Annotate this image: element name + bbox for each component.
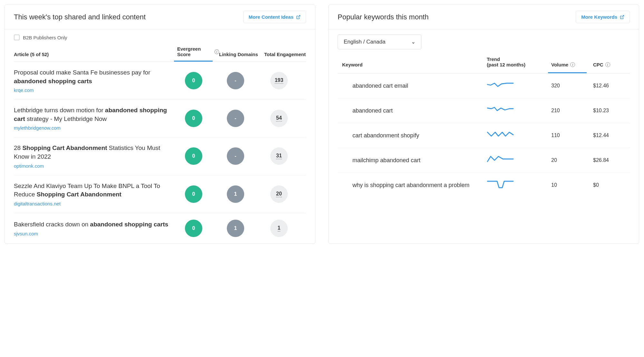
keyword-row: abandoned cart email 320 $12.46 [338, 74, 630, 98]
info-icon[interactable]: i [570, 62, 575, 67]
language-value: English / Canada [344, 39, 385, 45]
linking-cell: - [219, 72, 261, 89]
linking-cell: 1 [219, 185, 261, 203]
b2b-label: B2B Publishers Only [23, 35, 67, 40]
keyword-text[interactable]: cart abandonment shopify [342, 132, 487, 139]
keyword-row: cart abandonment shopify 110 $12.44 [338, 123, 630, 148]
engagement-cell: 54 [261, 110, 306, 127]
trend-cell [487, 81, 551, 91]
external-link-icon [620, 15, 624, 19]
col-keyword[interactable]: Keyword [342, 62, 487, 67]
engagement-badge[interactable]: 31 [270, 147, 288, 165]
evergreen-cell: 0 [177, 220, 219, 237]
b2b-checkbox[interactable] [14, 35, 20, 40]
keyword-text[interactable]: mailchimp abandoned cart [342, 157, 487, 164]
article-row: Lethbridge turns down motion for abandon… [14, 100, 306, 137]
article-row: Proposal could make Santa Fe businesses … [14, 62, 306, 100]
article-title[interactable]: Sezzle And Klaviyo Team Up To Make BNPL … [14, 182, 169, 199]
linking-badge[interactable]: 1 [227, 220, 244, 237]
article-domain[interactable]: optimonk.com [14, 163, 169, 169]
article-cell: Proposal could make Santa Fe businesses … [14, 68, 177, 93]
more-keywords-button[interactable]: More Keywords [576, 11, 630, 23]
keyword-text[interactable]: why is shopping cart abandonment a probl… [342, 182, 487, 189]
article-title[interactable]: Bakersfield cracks down on abandoned sho… [14, 220, 169, 229]
article-domain[interactable]: mylethbridgenow.com [14, 125, 169, 131]
content-columns: Article (5 of 52) Evergreen Score i Link… [14, 46, 306, 62]
more-content-label: More Content Ideas [249, 14, 293, 20]
engagement-badge[interactable]: 1 [270, 220, 288, 237]
linking-badge[interactable]: - [227, 110, 244, 127]
content-rows: Proposal could make Santa Fe businesses … [14, 62, 306, 239]
col-evergreen[interactable]: Evergreen Score i [177, 46, 219, 57]
cpc-value: $26.84 [593, 157, 625, 163]
engagement-badge[interactable]: 20 [270, 185, 288, 203]
article-cell: 28 Shopping Cart Abandonment Statistics … [14, 144, 177, 168]
article-domain[interactable]: krqe.com [14, 87, 169, 93]
content-panel-header: This week's top shared and linked conten… [5, 5, 315, 29]
article-domain[interactable]: sjvsun.com [14, 231, 169, 236]
active-underline [548, 72, 587, 73]
volume-value: 110 [551, 133, 593, 138]
trend-cell [487, 155, 551, 165]
keywords-panel-body: English / Canada Keyword Trend (past 12 … [329, 29, 639, 202]
trend-cell [487, 180, 551, 190]
keyword-text[interactable]: abandoned cart [342, 107, 487, 114]
volume-value: 10 [551, 182, 593, 188]
cpc-value: $12.46 [593, 83, 625, 89]
b2b-filter-row: B2B Publishers Only [14, 35, 306, 40]
linking-badge[interactable]: - [227, 72, 244, 89]
cpc-value: $12.44 [593, 133, 625, 138]
evergreen-cell: 0 [177, 72, 219, 89]
evergreen-badge[interactable]: 0 [185, 147, 202, 165]
col-article[interactable]: Article (5 of 52) [14, 52, 177, 57]
linking-cell: 1 [219, 220, 261, 237]
trend-sparkline [487, 180, 516, 189]
article-cell: Bakersfield cracks down on abandoned sho… [14, 220, 177, 236]
keywords-panel-title: Popular keywords this month [338, 13, 428, 21]
col-engagement[interactable]: Total Engagement [261, 52, 306, 57]
volume-value: 320 [551, 83, 593, 89]
article-cell: Sezzle And Klaviyo Team Up To Make BNPL … [14, 182, 177, 206]
col-volume[interactable]: Volume i [551, 62, 593, 67]
external-link-icon [296, 15, 301, 19]
content-panel-title: This week's top shared and linked conten… [14, 13, 146, 21]
content-panel-body: B2B Publishers Only Article (5 of 52) Ev… [5, 29, 315, 243]
trend-cell [487, 130, 551, 141]
linking-badge[interactable]: 1 [227, 185, 244, 203]
evergreen-badge[interactable]: 0 [185, 110, 202, 127]
svg-line-1 [622, 15, 624, 17]
info-icon[interactable]: i [215, 49, 219, 54]
keyword-text[interactable]: abandoned cart email [342, 83, 487, 89]
article-domain[interactable]: digitaltransactions.net [14, 201, 169, 206]
engagement-cell: 1 [261, 220, 306, 237]
article-title[interactable]: Lethbridge turns down motion for abandon… [14, 106, 169, 123]
evergreen-badge[interactable]: 0 [185, 220, 202, 237]
keyword-row: abandoned cart 210 $10.23 [338, 98, 630, 123]
keywords-panel-header: Popular keywords this month More Keyword… [329, 5, 639, 29]
volume-value: 210 [551, 108, 593, 114]
keyword-row: mailchimp abandoned cart 20 $26.84 [338, 148, 630, 173]
active-underline [174, 61, 213, 62]
article-cell: Lethbridge turns down motion for abandon… [14, 106, 177, 131]
col-linking[interactable]: Linking Domains [219, 52, 261, 57]
engagement-badge[interactable]: 193 [270, 72, 288, 89]
col-trend[interactable]: Trend (past 12 months) [487, 56, 551, 67]
keyword-columns: Keyword Trend (past 12 months) Volume i … [338, 56, 630, 74]
cpc-value: $0 [593, 182, 625, 188]
engagement-badge[interactable]: 54 [270, 110, 288, 127]
more-content-button[interactable]: More Content Ideas [243, 11, 306, 23]
info-icon[interactable]: i [605, 62, 610, 67]
keyword-row: why is shopping cart abandonment a probl… [338, 173, 630, 197]
linking-badge[interactable]: - [227, 147, 244, 165]
evergreen-badge[interactable]: 0 [185, 185, 202, 203]
col-cpc[interactable]: CPC i [593, 62, 625, 67]
article-row: 28 Shopping Cart Abandonment Statistics … [14, 137, 306, 175]
evergreen-cell: 0 [177, 110, 219, 127]
evergreen-badge[interactable]: 0 [185, 72, 202, 89]
article-title[interactable]: Proposal could make Santa Fe businesses … [14, 68, 169, 85]
content-panel: This week's top shared and linked conten… [5, 5, 315, 244]
volume-value: 20 [551, 157, 593, 163]
article-title[interactable]: 28 Shopping Cart Abandonment Statistics … [14, 144, 169, 161]
chevron-down-icon [411, 40, 415, 44]
language-select[interactable]: English / Canada [338, 35, 421, 49]
